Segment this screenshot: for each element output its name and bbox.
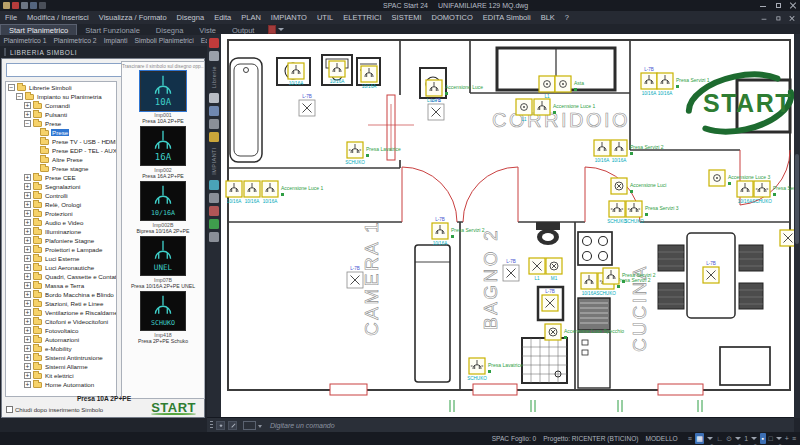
expand-icon[interactable]: + (24, 183, 31, 190)
symbol-card[interactable]: UNELImp07BPresa 10/16A 2P+PE UNEL (122, 236, 204, 289)
ribbon-tab-0[interactable]: Start Planimetrico (0, 24, 77, 35)
tree-item[interactable]: +Audio e Video (6, 218, 116, 227)
tree-item[interactable]: +Segnalazioni (6, 182, 116, 191)
tree-item[interactable]: Prese (6, 128, 116, 137)
plan-symbol[interactable]: L1 (529, 258, 545, 281)
ribbon-tab-2[interactable]: Disegna (148, 25, 192, 35)
customize-icon[interactable] (228, 421, 237, 430)
sub-tab-1[interactable]: Planimetrico 2 (50, 37, 100, 44)
expand-icon[interactable]: + (24, 264, 31, 271)
measure-icon[interactable] (209, 132, 219, 142)
expand-icon[interactable]: + (24, 210, 31, 217)
plan-symbol[interactable]: 10/16A (361, 66, 377, 89)
plan-symbol[interactable] (780, 230, 794, 246)
tree-item[interactable]: Prese stagne (6, 164, 116, 173)
tree-item[interactable]: +Massa e Terra (6, 281, 116, 290)
symbol-preview[interactable]: SCHUKO (140, 291, 186, 331)
symbol-preview[interactable]: 10/16A (140, 181, 186, 221)
tree-item[interactable]: Prese TV - USB - HDMI (6, 137, 116, 146)
tree-item[interactable]: +Quadri, Cassette e Contatori (6, 272, 116, 281)
menu-item-11[interactable]: EDITA Simboli (478, 13, 536, 22)
expand-icon[interactable]: + (24, 174, 31, 181)
tree-item[interactable]: −Prese (6, 119, 116, 128)
floor-plan-canvas[interactable]: START CORRIDOIOCAMERA 1BAGNO 2CUCINA 10/… (221, 34, 794, 418)
leaf-icon[interactable] (209, 219, 219, 229)
sub-tab-3[interactable]: Simboli Planimetrici (131, 37, 197, 44)
expand-icon[interactable]: + (24, 291, 31, 298)
draw-icon[interactable] (209, 119, 219, 129)
blocks-icon[interactable] (209, 93, 219, 103)
sub-tab-0[interactable]: Planimetrico 1 (0, 37, 50, 44)
plan-symbol[interactable]: L-7B (503, 259, 519, 281)
ribbon-tab-4[interactable]: Output (224, 25, 263, 35)
doc-close-icon[interactable] (789, 14, 795, 20)
scrollbar-thumb[interactable] (795, 154, 799, 244)
plan-symbol[interactable]: 10/16APresa Servizi 2 (611, 140, 664, 163)
isodraft-icon[interactable]: ⊙ (726, 433, 732, 444)
ortho-icon[interactable]: ∟ (716, 433, 723, 444)
maximize-icon[interactable] (774, 1, 782, 9)
symbol-card[interactable]: 10/16AImp002BBipresa 10/16A 2P+PE (122, 181, 204, 234)
expand-icon[interactable]: + (24, 201, 31, 208)
expand-icon[interactable]: + (24, 255, 31, 262)
plan-symbol[interactable]: L-7B (299, 94, 315, 116)
plan-symbol[interactable]: L-7B (428, 98, 444, 120)
tree-item[interactable]: +Protezioni (6, 209, 116, 218)
menu-item-2[interactable]: Visualizza / Formato (94, 13, 172, 22)
space-status[interactable]: MODELLO (645, 435, 677, 442)
tree-item[interactable]: −Impianto su Planimetria (6, 92, 116, 101)
command-bar[interactable]: Digitare un comando (207, 417, 794, 432)
menu-item-8[interactable]: ELETTRICI (338, 13, 386, 22)
command-history-icon[interactable] (243, 421, 256, 430)
expand-icon[interactable]: + (24, 336, 31, 343)
caret-down-icon[interactable]: ▾ (776, 437, 782, 440)
symbol-preview[interactable]: UNEL (140, 236, 186, 276)
save-icon[interactable] (30, 2, 37, 9)
plan-symbol[interactable]: 10/16A (581, 273, 597, 296)
plan-symbol[interactable]: 10/16A (329, 61, 345, 84)
plan-symbol[interactable]: Accensione Luci (611, 178, 666, 194)
expand-icon[interactable]: + (24, 273, 31, 280)
expand-icon[interactable]: + (24, 102, 31, 109)
plan-symbol[interactable]: 10/16AAccensione Luce 1 (262, 181, 323, 204)
workspace-icon[interactable]: ▪ (760, 433, 765, 444)
ribbon-tab-3[interactable]: Viste (191, 25, 224, 35)
open-file-icon[interactable] (21, 2, 28, 9)
expand-icon[interactable]: + (24, 111, 31, 118)
add-icon[interactable]: + (785, 433, 789, 444)
plan-symbol[interactable]: M1 (546, 258, 562, 281)
plan-symbol[interactable]: 10/16A (594, 140, 610, 163)
expand-icon[interactable]: + (24, 363, 31, 370)
plan-symbol[interactable]: 10/16A (244, 181, 260, 204)
expand-icon[interactable]: + (24, 219, 31, 226)
link-icon[interactable] (209, 193, 219, 203)
tree-item[interactable]: Prese EDP - TEL - AUX (6, 146, 116, 155)
sub-tab-2[interactable]: Impianti (100, 37, 131, 44)
canvas-scrollbar[interactable] (794, 34, 800, 418)
tree-item[interactable]: +Illuminazione (6, 227, 116, 236)
plan-symbol[interactable]: L-7B (542, 289, 558, 311)
expand-icon[interactable]: + (24, 345, 31, 352)
tree-item[interactable]: +Controlli (6, 191, 116, 200)
tree-item[interactable]: +Proiettori e Lampade (6, 245, 116, 254)
tree-item[interactable]: −Librerie Simboli (6, 83, 116, 92)
tree-item[interactable]: +Plafoniere Stagne (6, 236, 116, 245)
minimize-icon[interactable] (759, 1, 767, 9)
plan-symbol[interactable]: 10/16A (737, 181, 753, 204)
expand-icon[interactable]: + (24, 300, 31, 307)
tree-item[interactable]: +Sistemi Antintrusione (6, 353, 116, 362)
expand-icon[interactable]: + (24, 246, 31, 253)
expand-icon[interactable]: + (24, 192, 31, 199)
menu-item-4[interactable]: Edita (209, 13, 236, 22)
expand-icon[interactable]: + (24, 354, 31, 361)
plan-symbol[interactable]: L-7B10/16A (641, 67, 657, 96)
symbol-card[interactable]: 10AImp001Presa 10A 2P+PE (122, 71, 204, 124)
table-icon[interactable] (209, 106, 219, 116)
tree-item[interactable]: +Fotovoltaico (6, 326, 116, 335)
collapse-icon[interactable]: − (24, 120, 31, 127)
tree-item[interactable]: +Luci Aeronautiche (6, 263, 116, 272)
tree-item[interactable]: +Prese CEE (6, 173, 116, 182)
symbol-card[interactable]: SCHUKOImp418Presa 2P+PE Schuko (122, 291, 204, 344)
tree-item[interactable]: +Luci Esterne (6, 254, 116, 263)
expand-icon[interactable]: + (24, 381, 31, 388)
